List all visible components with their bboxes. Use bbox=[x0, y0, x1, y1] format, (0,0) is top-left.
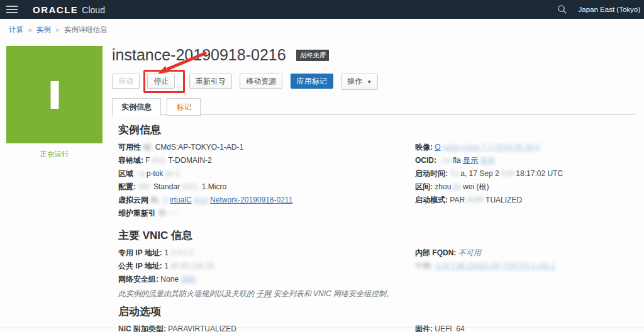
search-icon[interactable] bbox=[557, 4, 567, 14]
field-label: 导: bbox=[158, 209, 168, 218]
field-value: p-tok bbox=[147, 169, 164, 178]
field-value: F bbox=[145, 156, 150, 165]
vnic-left-column: 专用 IP 地址: 1 0.0.0.2 公共 IP 地址: 1 40.83.11… bbox=[118, 248, 415, 288]
field-value: a, 17 Sep 2 bbox=[460, 169, 499, 178]
field-link[interactable]: Network-20190918-0211 bbox=[210, 196, 292, 204]
section-heading-vnic: 主要 VNIC 信息 bbox=[118, 228, 635, 243]
field-row: 专用 IP 地址: 1 0.0.0.2 bbox=[118, 248, 415, 257]
field-value: PAR bbox=[450, 196, 465, 204]
field-link[interactable]: 显示 bbox=[463, 156, 478, 165]
chevron-down-icon: ▼ bbox=[367, 79, 372, 85]
field-value: fla bbox=[453, 156, 461, 165]
field-value: PARAVIRTUALIZED bbox=[168, 324, 236, 332]
section-heading-instance-info: 实例信息 bbox=[118, 123, 635, 137]
field-link[interactable]: 子网 bbox=[256, 289, 271, 298]
field-value: None bbox=[160, 275, 179, 284]
field-value: yo-1 bbox=[165, 169, 180, 178]
field-link[interactable]: loud bbox=[194, 196, 208, 204]
field-label: 区间: bbox=[415, 182, 433, 191]
field-value: 019 bbox=[501, 169, 514, 178]
boot-left-column: NIC 附加类型: PARAVIRTUALIZED 远程数据卷: PARAVIR… bbox=[118, 324, 415, 332]
tab-instance-info[interactable]: 实例信息 bbox=[112, 98, 161, 116]
field-label: 固件: bbox=[415, 324, 433, 332]
field-row: 维护重新引 导: — bbox=[118, 209, 415, 218]
breadcrumb: 计算 » 实例 » 实例详细信息 bbox=[0, 19, 644, 35]
oracle-cloud-logo: ORACLE Cloud bbox=[33, 4, 105, 15]
move-resource-button[interactable]: 移动资源 bbox=[240, 74, 282, 89]
instance-info-left-column: 可用性 域: CMdS:AP-TOKYO-1-AD-1 容错域: F AUL T… bbox=[118, 143, 415, 222]
field-label: 启动模式: bbox=[415, 196, 448, 204]
apply-tags-button[interactable]: 应用标记 bbox=[291, 74, 333, 89]
field-value: 0.0.0.2 bbox=[170, 248, 194, 257]
field-row: 区间: zhou jia wei (根) bbox=[415, 182, 635, 191]
field-row: 映像: O racle-Linux-7.7-2019.08.28-0 bbox=[415, 143, 635, 152]
field-link[interactable]: V bbox=[163, 196, 168, 204]
field-row: 配置: VM. Standar d.E2. 1.Micro bbox=[118, 182, 415, 191]
field-row: 内部 FQDN: 不可用 bbox=[415, 248, 635, 257]
field-link[interactable]: 复制 bbox=[480, 156, 495, 165]
logo-oracle-text: ORACLE bbox=[33, 4, 78, 15]
section-vnic: 主要 VNIC 信息 专用 IP 地址: 1 0.0.0.2 公共 IP 地址:… bbox=[112, 228, 635, 298]
field-value: 18:17:02 UTC bbox=[516, 169, 563, 178]
field-link[interactable]: O bbox=[435, 143, 440, 152]
stop-button-annotated: 停止 bbox=[147, 74, 180, 89]
action-buttons: 启动 停止 重新引导 移动资源 应用标记 操作▼ bbox=[112, 74, 635, 90]
field-label: 子网: bbox=[415, 262, 433, 270]
field-value: jia bbox=[453, 182, 461, 191]
reboot-button[interactable]: 重新引导 bbox=[189, 74, 232, 89]
breadcrumb-separator: » bbox=[28, 26, 31, 33]
hamburger-menu-icon[interactable] bbox=[6, 4, 18, 15]
top-bar: ORACLE Cloud Japan East (Tokyo) bbox=[0, 0, 644, 19]
field-value: 安全列表和 VNIC 网络安全组控制。 bbox=[274, 289, 394, 298]
field-label: 公共 IP 地址: bbox=[118, 262, 162, 270]
stop-button[interactable]: 停止 bbox=[147, 74, 175, 89]
field-link[interactable]: irtualC bbox=[170, 196, 192, 204]
region-selector[interactable]: Japan East (Tokyo) bbox=[579, 6, 640, 13]
field-value: a bbox=[140, 169, 145, 178]
breadcrumb-separator: » bbox=[55, 26, 59, 33]
field-label: : bbox=[135, 169, 138, 178]
field-label: 域: bbox=[143, 143, 153, 152]
more-actions-label: 操作 bbox=[347, 77, 362, 86]
field-value: 1.Micro bbox=[202, 182, 226, 191]
field-row: 公共 IP 地址: 1 40.83.116.25 bbox=[118, 262, 415, 270]
breadcrumb-current: 实例详细信息 bbox=[64, 26, 108, 33]
breadcrumb-instances[interactable]: 实例 bbox=[36, 26, 51, 33]
vnic-right-column: 内部 FQDN: 不可用 子网: 公共子网 CMdS:AP-TOKYO-1-AD… bbox=[415, 248, 635, 288]
field-label: 内部 FQDN: bbox=[415, 248, 456, 257]
boot-right-column: 固件: UEFI_64 引导卷类型: PARAVIRTUALIZED bbox=[415, 324, 635, 332]
field-link[interactable]: 公共子网 CMdS:AP-TOKYO-1-AD-1 bbox=[435, 262, 555, 270]
page-title: instance-20190918-0216 bbox=[112, 46, 286, 64]
field-row: 区域 : a p-tok yo-1 bbox=[118, 169, 415, 178]
field-label: 配置: bbox=[118, 182, 136, 191]
field-label: 映像: bbox=[415, 143, 433, 152]
field-value: 1 bbox=[164, 248, 169, 257]
field-label: 虚拟云网 bbox=[118, 196, 148, 204]
field-value: 1 bbox=[164, 262, 169, 270]
bottom-divider bbox=[0, 328, 644, 328]
status-label: 正在运行 bbox=[6, 150, 103, 159]
breadcrumb-computing[interactable]: 计算 bbox=[9, 26, 23, 33]
field-label: 区域 bbox=[118, 169, 133, 178]
field-label: 络: bbox=[150, 196, 160, 204]
field-row: 可用性 域: CMdS:AP-TOKYO-1-AD-1 bbox=[118, 143, 415, 152]
field-link[interactable]: racle-Linux-7.7-2019.08.28-0 bbox=[443, 143, 540, 152]
field-value: ..1x bbox=[438, 156, 450, 165]
field-value: 40.83.116.25 bbox=[170, 262, 214, 270]
more-actions-button[interactable]: 操作▼ bbox=[341, 74, 378, 90]
field-value: 不可用 bbox=[458, 248, 481, 257]
logo-cloud-text: Cloud bbox=[82, 5, 105, 15]
field-value: zhou bbox=[435, 182, 451, 191]
field-value: T-DOMAIN-2 bbox=[168, 156, 211, 165]
tab-tags[interactable]: 标记 bbox=[167, 98, 201, 116]
field-link[interactable]: 编辑 bbox=[180, 275, 196, 284]
field-value: 此实例的流量由其防火墙规则以及关联的 bbox=[118, 289, 254, 298]
field-value: d.E2. bbox=[182, 182, 199, 191]
field-row: NIC 附加类型: PARAVIRTUALIZED bbox=[118, 324, 415, 332]
field-value: UEFI_64 bbox=[435, 324, 464, 332]
field-value: AVIR bbox=[467, 196, 484, 204]
field-row: 此实例的流量由其防火墙规则以及关联的 子网 安全列表和 VNIC 网络安全组控制… bbox=[118, 289, 635, 298]
tab-strip: 实例信息 标记 bbox=[112, 97, 635, 115]
field-label: OCID: bbox=[415, 156, 436, 165]
instance-status-rail: 正在运行 bbox=[6, 46, 103, 159]
